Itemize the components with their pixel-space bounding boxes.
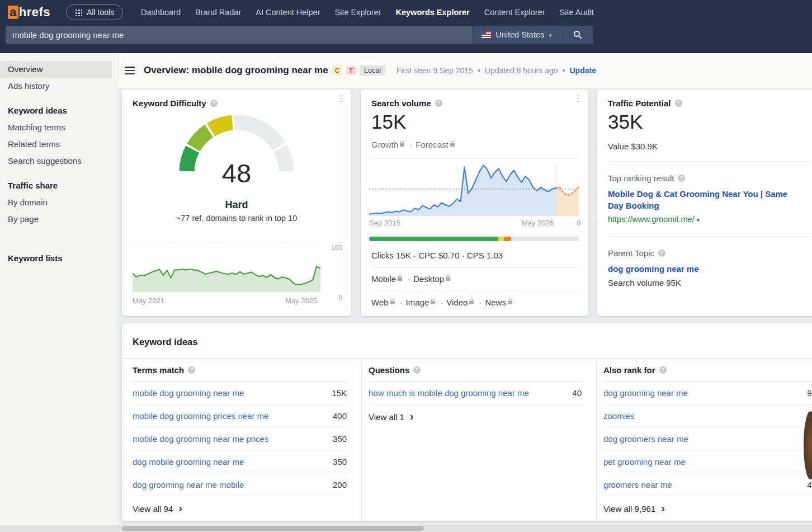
table-row: dog grooming near me 95 [603, 382, 812, 404]
all-tools-button[interactable]: All tools [66, 4, 123, 20]
kebab-menu-icon[interactable] [337, 96, 343, 101]
chevron-right-icon [661, 504, 665, 514]
keyword-link[interactable]: how much is mobile dog grooming near me [369, 388, 529, 398]
nav-content-explorer[interactable]: Content Explorer [484, 8, 545, 17]
keyword-volume: 47 [807, 480, 812, 489]
parent-topic-label: Parent Topic [608, 248, 654, 258]
growth-link[interactable]: Growth [371, 140, 398, 149]
nav-site-audit[interactable]: Site Audit [560, 8, 594, 17]
questions-title: Questions [369, 365, 409, 375]
keyword-search-bar: United States [6, 26, 593, 44]
keyword-link[interactable]: zoomies [603, 411, 635, 421]
help-icon[interactable] [210, 100, 218, 107]
top-ranking-result-link[interactable]: Mobile Dog & Cat Grooming Near You | Sam… [608, 188, 804, 211]
keyword-difficulty-card: Keyword Difficulty 48 Hard ~77 ref. doma… [122, 90, 351, 316]
traffic-potential-title: Traffic Potential [608, 98, 671, 108]
sv-axis-min: 0 [577, 219, 580, 227]
help-icon[interactable] [659, 366, 667, 374]
keyword-link[interactable]: dog mobile grooming near me [133, 457, 244, 467]
image-link[interactable]: Image [406, 298, 429, 307]
dot-separator: · [479, 298, 481, 307]
sidebar-header-keyword-lists: Keyword lists [0, 250, 119, 267]
ahrefs-logo[interactable]: ahrefs [8, 5, 50, 20]
video-link[interactable]: Video [446, 298, 468, 307]
keyword-link[interactable]: mobile dog grooming prices near me [133, 411, 268, 421]
sidebar-item-related-terms[interactable]: Related terms [0, 136, 112, 153]
sidebar-item-by-domain[interactable]: By domain [0, 194, 112, 211]
top-ranking-url-text: https://www.groomit.me/ [608, 215, 695, 224]
parent-topic-link[interactable]: dog grooming near me [608, 263, 699, 275]
help-icon[interactable] [435, 100, 442, 107]
dot-separator: · [407, 274, 410, 284]
table-row: zoomies 55 [603, 404, 812, 427]
web-link[interactable]: Web [371, 298, 389, 307]
chevron-down-icon [549, 30, 552, 39]
keyword-link[interactable]: dog grooming near me [603, 388, 688, 398]
lock-icon [398, 277, 402, 281]
forecast-link[interactable]: Forecast [416, 140, 448, 149]
help-icon[interactable] [678, 175, 685, 182]
kd-axis-max: 100 [331, 244, 342, 252]
kebab-menu-icon[interactable] [574, 96, 580, 101]
nav-site-explorer[interactable]: Site Explorer [335, 8, 381, 17]
nav-dashboard[interactable]: Dashboard [141, 8, 181, 17]
sidebar-item-by-page[interactable]: By page [0, 211, 112, 228]
divider [371, 291, 578, 291]
help-icon[interactable] [658, 249, 665, 257]
sidebar-item-ads-history[interactable]: Ads history [0, 78, 112, 95]
view-all-label: View all 9,961 [603, 504, 655, 514]
kd-history-chart [133, 242, 320, 292]
view-all-terms-match[interactable]: View all 94 [133, 504, 182, 514]
grid-icon [75, 9, 82, 16]
nav-ai-content-helper[interactable]: AI Content Helper [256, 8, 320, 17]
kd-x-end: May 2025 [285, 296, 317, 305]
clicks-distribution-bar [369, 237, 579, 241]
help-icon[interactable] [675, 100, 682, 107]
keyword-difficulty-title: Keyword Difficulty [133, 98, 206, 108]
sidebar-item-overview[interactable]: Overview [0, 61, 112, 78]
chevron-down-icon[interactable] [695, 215, 700, 224]
sidebar-header-keyword-ideas: Keyword ideas [0, 102, 119, 119]
menu-icon[interactable] [125, 67, 135, 74]
sidebar-item-search-suggestions[interactable]: Search suggestions [0, 153, 112, 170]
keyword-link[interactable]: dog groomers near me [603, 434, 688, 444]
keyword-search-input[interactable] [6, 26, 472, 44]
search-volume-chart-area [369, 158, 579, 216]
nav-keywords-explorer[interactable]: Keywords Explorer [396, 8, 470, 17]
news-link[interactable]: News [485, 298, 506, 307]
keyword-link[interactable]: dog grooming near me mobile [133, 480, 244, 489]
keywords-explorer-page: ahrefs All tools Dashboard Brand Radar A… [0, 0, 812, 532]
country-selector[interactable]: United States [472, 26, 561, 44]
sidebar-item-matching-terms[interactable]: Matching terms [0, 119, 112, 136]
keyword-link[interactable]: groomers near me [603, 480, 672, 489]
keyword-link[interactable]: pet grooming near me [603, 457, 686, 467]
lock-icon [469, 301, 474, 304]
table-row: pet grooming near me 49 [603, 450, 812, 473]
top-ranking-url[interactable]: https://www.groomit.me/ [608, 215, 700, 224]
search-button[interactable] [561, 26, 593, 44]
bullet-separator: • [563, 66, 565, 75]
keyword-volume: 95 [807, 388, 812, 398]
table-row: mobile dog grooming prices near me 400 [133, 404, 347, 427]
search-volume-card: Search volume 15K Growth · Forecast 30K … [361, 90, 588, 316]
desktop-link[interactable]: Desktop [413, 274, 444, 284]
keyword-volume: 200 [333, 480, 347, 489]
view-all-also-rank-for[interactable]: View all 9,961 [603, 504, 665, 514]
keyword-ideas-heading: Keyword ideas [133, 337, 197, 347]
view-all-questions[interactable]: View all 1 [369, 412, 414, 422]
update-link[interactable]: Update [569, 66, 596, 75]
clicks-cpc-cps-line: Clicks 15K · CPC $0.70 · CPS 1.03 [371, 251, 503, 260]
ahrefs-logo-text: hrefs [19, 5, 50, 20]
keyword-link[interactable]: mobile dog grooming near me prices [133, 434, 268, 444]
keyword-link[interactable]: mobile dog grooming near me [133, 388, 244, 398]
nav-brand-radar[interactable]: Brand Radar [195, 8, 241, 17]
chevron-right-icon [410, 412, 414, 422]
mobile-link[interactable]: Mobile [371, 274, 396, 284]
help-icon[interactable] [413, 366, 421, 374]
view-all-label: View all 94 [133, 504, 173, 514]
top-ranking-result-label: Top ranking result [608, 173, 674, 183]
badge-t: T [346, 66, 356, 75]
help-icon[interactable] [188, 366, 195, 374]
horizontal-scrollbar-thumb[interactable] [122, 526, 424, 531]
keyword-ideas-panel: Keyword ideas Terms match mobile dog gro… [122, 323, 812, 521]
